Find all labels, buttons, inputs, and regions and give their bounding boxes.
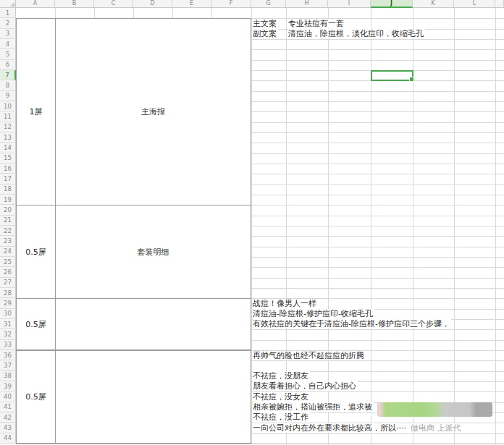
row-header-7[interactable]: 7 xyxy=(0,70,16,80)
screen-label: 0.5屏 xyxy=(25,319,46,330)
row-header-3[interactable]: 3 xyxy=(0,29,16,39)
watermark-text: 做电商 上派代 xyxy=(411,423,461,433)
row-header-23[interactable]: 23 xyxy=(0,236,16,246)
row-header-26[interactable]: 26 xyxy=(0,267,16,277)
cell-title-2[interactable]: 套装明细 xyxy=(56,205,251,298)
row-header-15[interactable]: 15 xyxy=(0,153,16,164)
cell-screen-2[interactable]: 0.5屏 xyxy=(17,205,56,298)
column-header-H[interactable]: H xyxy=(286,0,328,8)
row-header-8[interactable]: 8 xyxy=(0,80,16,90)
cell-screen-3[interactable]: 0.5屏 xyxy=(17,299,56,349)
column-header-G[interactable]: G xyxy=(251,0,286,8)
column-header-C[interactable]: C xyxy=(94,0,133,8)
section-block-1[interactable]: 1屏 主海报 xyxy=(16,18,251,205)
section-block-2[interactable]: 0.5屏 套装明细 xyxy=(16,205,251,299)
row-header-44[interactable]: 44 xyxy=(0,433,16,444)
row-header-30[interactable]: 30 xyxy=(0,309,16,319)
row-header-16[interactable]: 16 xyxy=(0,164,16,174)
row-header-22[interactable]: 22 xyxy=(0,226,16,236)
row-header-13[interactable]: 13 xyxy=(0,132,16,143)
row-header-37[interactable]: 37 xyxy=(0,360,16,370)
gridline xyxy=(16,444,504,444)
row-header-19[interactable]: 19 xyxy=(0,195,16,205)
column-header-B[interactable]: B xyxy=(55,0,94,8)
column-header-E[interactable]: E xyxy=(172,0,211,8)
row-header-25[interactable]: 25 xyxy=(0,257,16,267)
row-header-18[interactable]: 18 xyxy=(0,185,16,195)
row-header-21[interactable]: 21 xyxy=(0,216,16,226)
fill-handle[interactable] xyxy=(409,77,414,82)
row-header-43[interactable]: 43 xyxy=(0,423,16,433)
cell-title-4[interactable] xyxy=(56,351,251,443)
row-header-40[interactable]: 40 xyxy=(0,391,16,402)
cell-title-3[interactable] xyxy=(56,299,251,349)
row-header-1[interactable]: 1 xyxy=(0,8,16,18)
section-block-3[interactable]: 0.5屏 xyxy=(16,298,251,350)
row-header-14[interactable]: 14 xyxy=(0,143,16,153)
row-header-5[interactable]: 5 xyxy=(0,49,16,59)
row-header-28[interactable]: 28 xyxy=(0,288,16,298)
cell-G36[interactable]: 再帅气的脸也经不起痘痘的折腾 xyxy=(253,351,366,360)
cell-G31[interactable]: 有效祛痘的关键在于清痘油-除痘根-修护痘印三个步骤， xyxy=(253,319,451,329)
corner-triangle-icon xyxy=(10,2,14,7)
row-header-31[interactable]: 31 xyxy=(0,319,16,329)
cell-screen-4[interactable]: 0.5屏 xyxy=(17,351,56,443)
row-header-17[interactable]: 17 xyxy=(0,174,16,184)
cell-G42[interactable]: 不祛痘，没工作 xyxy=(253,412,310,422)
selected-cell-J7[interactable] xyxy=(371,70,413,81)
screen-label: 1屏 xyxy=(30,106,43,117)
column-header-I[interactable]: I xyxy=(328,0,371,8)
section-block-4[interactable]: 0.5屏 xyxy=(16,350,251,444)
row-header-9[interactable]: 9 xyxy=(0,91,16,101)
cell-G41[interactable]: 相亲被婉拒，搭讪被强拒，追求被 xyxy=(253,402,374,412)
row-header-12[interactable]: 12 xyxy=(0,122,16,132)
row-header-36[interactable]: 36 xyxy=(0,350,16,360)
select-all-corner[interactable] xyxy=(0,0,16,8)
row-header-39[interactable]: 39 xyxy=(0,381,16,391)
row-header-33[interactable]: 33 xyxy=(0,340,16,350)
section-title: 主海报 xyxy=(141,106,165,117)
row-header-27[interactable]: 27 xyxy=(0,278,16,288)
spreadsheet: 1屏 主海报 0.5屏 套装明细 0.5屏 0.5屏 主文案 专业祛痘有一套 副… xyxy=(0,0,504,445)
column-header-F[interactable]: F xyxy=(211,0,251,8)
cell-G40[interactable]: 不祛痘，没女友 xyxy=(253,392,310,402)
section-title: 套装明细 xyxy=(138,247,169,258)
cell-G30[interactable]: 清痘油-除痘根-修护痘印-收缩毛孔 xyxy=(253,309,374,318)
column-header-A[interactable]: A xyxy=(16,0,55,8)
row-header-38[interactable]: 38 xyxy=(0,371,16,381)
cell-G43-text: 一向公司对内在外在要求都比较高，所以···· xyxy=(253,423,406,433)
blurred-watermark-patch xyxy=(377,402,492,417)
cell-G2[interactable]: 主文案 xyxy=(253,19,278,28)
cell-H3[interactable]: 清痘油，除痘根，淡化痘印，收缩毛孔 xyxy=(288,29,425,38)
row-header-29[interactable]: 29 xyxy=(0,298,16,308)
cell-title-1[interactable]: 主海报 xyxy=(56,19,251,205)
row-header-24[interactable]: 24 xyxy=(0,247,16,257)
row-header-4[interactable]: 4 xyxy=(0,39,16,49)
row-header-10[interactable]: 10 xyxy=(0,101,16,111)
row-header-32[interactable]: 32 xyxy=(0,329,16,339)
cell-G43[interactable]: 一向公司对内在外在要求都比较高，所以····做电商 上派代 xyxy=(253,423,463,433)
row-header-2[interactable]: 2 xyxy=(0,18,16,28)
column-header-L[interactable]: L xyxy=(454,0,495,8)
cell-H2[interactable]: 专业祛痘有一套 xyxy=(288,19,345,28)
row-header-20[interactable]: 20 xyxy=(0,205,16,215)
cell-G39[interactable]: 朋友看着担心，自己内心担心 xyxy=(253,381,358,391)
row-header-41[interactable]: 41 xyxy=(0,402,16,412)
cell-screen-1[interactable]: 1屏 xyxy=(17,19,56,205)
screen-label: 0.5屏 xyxy=(25,391,46,402)
row-header-11[interactable]: 11 xyxy=(0,111,16,122)
cell-G29[interactable]: 战痘！像男人一样 xyxy=(253,299,318,308)
row-header-6[interactable]: 6 xyxy=(0,60,16,70)
column-header-K[interactable]: K xyxy=(413,0,454,8)
column-header-J[interactable]: J xyxy=(371,0,413,8)
column-header-D[interactable]: D xyxy=(133,0,172,8)
column-header-m[interactable] xyxy=(495,0,504,8)
row-header-42[interactable]: 42 xyxy=(0,412,16,423)
cell-G3[interactable]: 副文案 xyxy=(253,29,278,38)
cell-G38[interactable]: 不祛痘，没朋友 xyxy=(253,371,310,381)
screen-label: 0.5屏 xyxy=(25,247,46,258)
